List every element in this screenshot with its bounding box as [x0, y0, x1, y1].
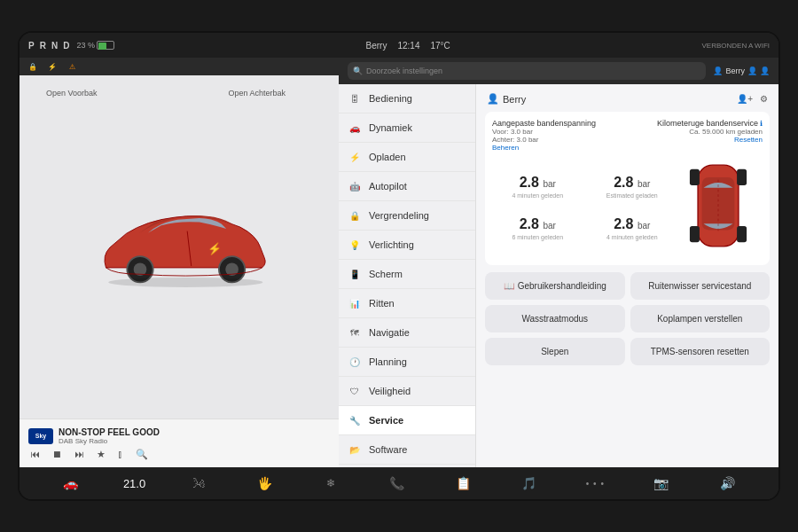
status-bar: P R N D 23 % Berry 12:14 17°C VERBONDEN …	[20, 33, 778, 58]
menu-verlichting[interactable]: 💡 Verlichting	[339, 231, 475, 260]
car-icon-bottom[interactable]: 🚗	[57, 470, 83, 497]
power-icon: ⚡	[46, 60, 59, 73]
more-dots[interactable]: • • •	[582, 470, 608, 497]
gear-R[interactable]: R	[40, 41, 46, 51]
gear-N[interactable]: N	[51, 41, 58, 51]
pressure-front-right: 2.8 bar Estimated geladen	[594, 175, 671, 199]
user-avatar-icon: 👤	[713, 66, 723, 75]
open-trunk-label[interactable]: Open Achterbak	[228, 89, 286, 98]
svg-text:⚡: ⚡	[207, 242, 223, 256]
info-icon: ℹ	[760, 120, 763, 128]
phone-icon[interactable]: 📞	[384, 470, 411, 497]
person-add-icon[interactable]: 👤+	[737, 94, 753, 104]
menu-navigatie[interactable]: 🗺 Navigatie	[339, 318, 475, 348]
menu-scherm[interactable]: 📱 Scherm	[339, 260, 475, 289]
software-icon: 📂	[348, 442, 362, 457]
apps-icon[interactable]: 📋	[450, 470, 476, 497]
left-panel: 🔒 ⚡ ⚠ Open Voorbak Open Achterbak	[20, 58, 339, 467]
vergrendeling-icon: 🔒	[348, 208, 362, 223]
menu-software[interactable]: 📂 Software	[339, 435, 475, 465]
main-content: 🔒 ⚡ ⚠ Open Voorbak Open Achterbak	[20, 58, 778, 467]
current-time: 12:14	[397, 41, 419, 51]
status-center: Berry 12:14 17°C	[121, 41, 695, 51]
service-icon: 🔧	[348, 413, 362, 427]
battery-percentage: 23 %	[76, 41, 95, 50]
defrost-icon[interactable]: ❄	[317, 470, 344, 497]
stop-button[interactable]: ⏹	[51, 449, 64, 459]
car-area: Open Voorbak Open Achterbak	[20, 75, 339, 419]
menu-veiligheid[interactable]: 🛡 Veiligheid	[339, 377, 475, 406]
tire-km-info: Kilometeruge bandenservice ℹ Ca. 59.000 …	[657, 119, 763, 152]
ritten-icon: 📊	[348, 296, 362, 310]
search-input[interactable]: Doorzoek instellingen	[366, 66, 442, 75]
battery-icon	[97, 41, 114, 50]
gear-P[interactable]: P	[28, 41, 35, 51]
menu-bediening[interactable]: 🎛 Bediening	[339, 84, 475, 113]
menu-dynamiek[interactable]: 🚗 Dynamiek	[339, 113, 475, 143]
svg-point-5	[108, 277, 262, 286]
search-music-button[interactable]: 🔍	[134, 449, 150, 460]
content-username: Berry	[503, 94, 526, 105]
search-box[interactable]: 🔍 Doorzoek instellingen	[348, 62, 706, 80]
lock-icon: 🔒	[27, 60, 39, 73]
scherm-icon: 📱	[348, 267, 362, 281]
svg-rect-12	[737, 226, 747, 242]
autopilot-icon: 🤖	[348, 179, 362, 193]
content-header: 👤 Berry 👤+ ⚙	[485, 93, 770, 105]
right-header: 🔍 Doorzoek instellingen 👤 Berry 👤 👤	[339, 58, 778, 84]
open-frunk-label[interactable]: Open Voorbak	[46, 89, 98, 98]
seat-heat-icon[interactable]: 🖐	[251, 470, 278, 497]
pressure-front-left: 2.8 bar 4 minuten geleden	[499, 175, 576, 199]
tire-pressures-grid: 2.8 bar 4 minuten geleden 2.8 bar Estima…	[492, 168, 677, 247]
tire-header: Aangepaste bandenspanning Voor: 3.0 bar …	[492, 119, 763, 152]
ruitenwisser-button[interactable]: Ruitenwisser servicestand	[630, 272, 771, 300]
favorite-button[interactable]: ★	[95, 449, 107, 460]
menu-autopilot[interactable]: 🤖 Autopilot	[339, 172, 475, 201]
content-user-icon: 👤	[487, 93, 499, 105]
handleiding-button[interactable]: 📖 Gebruikershandleiding	[485, 272, 625, 300]
fan-icon[interactable]: 🌬	[185, 470, 212, 497]
alert-icon: ⚠	[66, 60, 78, 73]
screen-frame: P R N D 23 % Berry 12:14 17°C VERBONDEN …	[18, 31, 780, 501]
slepen-button[interactable]: Slepen	[485, 338, 625, 365]
car-controls-bar: 🔒 ⚡ ⚠	[20, 58, 339, 75]
opladen-icon: ⚡	[348, 150, 362, 164]
menu-vergrendeling[interactable]: 🔒 Vergrendeling	[339, 201, 475, 231]
svg-rect-10	[737, 169, 747, 185]
gear-D[interactable]: D	[63, 41, 69, 51]
music-bar: Sky NON-STOP FEEL GOOD DAB Sky Radio ⏮ ⏹…	[20, 419, 339, 467]
handleiding-icon: 📖	[504, 281, 514, 291]
music-info: Sky NON-STOP FEEL GOOD DAB Sky Radio	[28, 427, 330, 445]
tpms-button[interactable]: TPMS-sensoren resetten	[630, 338, 771, 365]
koplampen-button[interactable]: Koplampen verstellen	[630, 305, 771, 332]
user-badge: 👤 Berry 👤 👤	[713, 66, 770, 75]
user-icon2: 👤	[760, 66, 770, 75]
menu-opladen[interactable]: ⚡ Opladen	[339, 143, 475, 172]
music-icon-bottom[interactable]: 🎵	[516, 470, 543, 497]
svg-rect-9	[690, 169, 700, 185]
settings-content: 👤 Berry 👤+ ⚙ Aangepaste bandenspanning	[476, 84, 778, 467]
wasstraat-button[interactable]: Wasstraatmodus	[485, 305, 625, 332]
verlichting-icon: 💡	[348, 238, 362, 252]
track-name: NON-STOP FEEL GOOD	[59, 427, 330, 437]
menu-service[interactable]: 🔧 Service	[339, 406, 475, 435]
prev-button[interactable]: ⏮	[28, 449, 42, 459]
menu-ritten[interactable]: 📊 Ritten	[339, 289, 475, 318]
km-value: Ca. 59.000 km geladen	[657, 128, 763, 136]
search-icon: 🔍	[353, 66, 363, 75]
reset-link[interactable]: Resetten	[657, 136, 763, 144]
car-top-view	[683, 157, 763, 258]
settings-gear-icon[interactable]: ⚙	[760, 94, 768, 104]
km-title: Kilometeruge bandenservice ℹ	[657, 119, 763, 128]
beheren-link[interactable]: Beheren	[492, 144, 596, 152]
next-button[interactable]: ⏭	[73, 449, 86, 459]
menu-planning[interactable]: 🕐 Planning	[339, 348, 475, 377]
veiligheid-icon: 🛡	[348, 384, 362, 398]
volume-icon[interactable]: 🔊	[715, 470, 741, 497]
camera-icon[interactable]: 📷	[648, 470, 675, 497]
wifi-status: VERBONDEN A WIFI	[702, 42, 770, 50]
settings-menu: 🎛 Bediening 🚗 Dynamiek ⚡ Opladen 🤖 Autop…	[339, 84, 476, 467]
user-icon1: 👤	[747, 66, 757, 75]
playlist-button[interactable]: ⫿	[116, 449, 125, 459]
sky-logo: Sky	[28, 428, 53, 444]
